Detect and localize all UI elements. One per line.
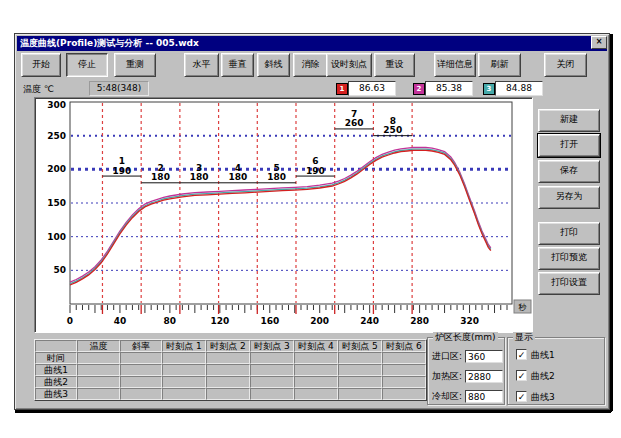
table-row-曲线3: 曲线3 <box>35 388 426 400</box>
legend-swatch-2: 2 <box>413 83 425 95</box>
table-cell <box>120 352 162 364</box>
oven-field-input[interactable]: 2880 <box>465 370 503 383</box>
oven-zone-group: 炉区长度(mm) 进口区:360加热区:2880冷却区:880 <box>427 337 505 405</box>
title-bar[interactable]: 温度曲线(Profile)测试与分析 -- 005.wdx <box>17 36 607 51</box>
table-cell <box>338 352 382 364</box>
zone-number-label: 2 <box>157 163 163 173</box>
toolbar-button-斜线[interactable]: 斜线 <box>257 53 290 77</box>
side-button-保存[interactable]: 保存 <box>538 160 600 183</box>
toolbar-button-关闭[interactable]: 关闭 <box>544 53 587 77</box>
oven-field-label: 进口区: <box>432 350 462 363</box>
oven-field-加热区: 加热区:2880 <box>432 370 462 383</box>
table-cell <box>206 352 250 364</box>
checkbox-label: 曲线1 <box>531 349 555 361</box>
table-cell <box>382 388 426 400</box>
zone-temp-label: 250 <box>383 125 402 135</box>
checkbox-曲线1[interactable]: ✓ <box>516 349 527 360</box>
table-cell <box>250 376 294 388</box>
toolbar-button-刷新[interactable]: 刷新 <box>478 53 521 77</box>
legend-swatch-3: 3 <box>483 83 495 95</box>
table-cell <box>77 352 120 364</box>
side-button-打开[interactable]: 打开 <box>538 134 600 157</box>
table-cell <box>382 364 426 376</box>
profile-chart[interactable]: 1190218031804180518061907260825004080120… <box>35 98 532 332</box>
y-tick-label: 50 <box>53 265 66 275</box>
legend-swatch-1: 1 <box>336 83 348 95</box>
toolbar-button-设时刻点[interactable]: 设时刻点 <box>326 53 372 77</box>
table-cell <box>120 388 162 400</box>
toolbar-button-开始[interactable]: 开始 <box>21 53 61 77</box>
table-cell: 时刻点 3 <box>250 340 294 352</box>
results-table: 温度斜率时刻点 1时刻点 2时刻点 3时刻点 4时刻点 5时刻点 6时间曲线1曲… <box>34 339 427 401</box>
checkbox-曲线2[interactable]: ✓ <box>516 370 527 381</box>
display-group-title: 显示 <box>513 332 535 342</box>
table-cell <box>294 364 338 376</box>
table-cell <box>162 364 206 376</box>
x-tick-label: 80 <box>164 316 177 326</box>
side-button-打印设置[interactable]: 打印设置 <box>538 272 600 295</box>
table-cell <box>338 376 382 388</box>
table-cell: 时刻点 2 <box>206 340 250 352</box>
x-tick-label: 40 <box>114 316 127 326</box>
y-tick-label: 100 <box>47 232 66 242</box>
oven-field-进口区: 进口区:360 <box>432 350 462 363</box>
zone-temp-label: 190 <box>112 166 131 176</box>
y-tick-label: 150 <box>47 198 66 208</box>
zone-number-label: 1 <box>119 156 125 166</box>
display-group: 显示 ✓曲线1✓曲线2✓曲线3 <box>507 337 605 405</box>
zone-temp-label: 180 <box>190 172 209 182</box>
table-row-曲线2: 曲线2 <box>35 376 426 388</box>
toolbar-button-水平[interactable]: 水平 <box>184 53 219 77</box>
table-row-曲线1: 曲线1 <box>35 364 426 376</box>
chart-panel: 1190218031804180518061907260825004080120… <box>34 97 533 333</box>
y-tick-label: 300 <box>47 100 66 110</box>
table-cell <box>77 388 120 400</box>
row-label: 曲线3 <box>35 388 77 400</box>
zone-temp-label: 180 <box>267 172 286 182</box>
elapsed-time-display: 5:48(348) <box>89 81 149 96</box>
zone-number-label: 6 <box>312 156 318 166</box>
x-tick-label: 200 <box>310 316 329 326</box>
table-cell: 温度 <box>77 340 120 352</box>
legend-value-3: 84.88 <box>495 81 543 96</box>
oven-field-label: 冷却区: <box>432 390 462 403</box>
table-cell <box>338 364 382 376</box>
table-cell <box>294 352 338 364</box>
table-cell <box>77 376 120 388</box>
zone-temp-label: 190 <box>306 166 325 176</box>
checkbox-label: 曲线3 <box>531 391 555 403</box>
table-cell: 时刻点 1 <box>162 340 206 352</box>
oven-field-冷却区: 冷却区:880 <box>432 390 462 403</box>
zone-number-label: 8 <box>390 116 396 126</box>
side-button-新建[interactable]: 新建 <box>538 109 600 132</box>
table-cell: 时刻点 4 <box>294 340 338 352</box>
y-tick-label: 200 <box>47 164 66 174</box>
toolbar-button-重设[interactable]: 重设 <box>374 53 415 77</box>
close-icon[interactable]: × <box>591 36 607 49</box>
x-tick-label: 280 <box>410 316 429 326</box>
toolbar-button-垂直[interactable]: 垂直 <box>221 53 254 77</box>
table-cell <box>250 388 294 400</box>
y-axis-title: 温度 ℃ <box>23 83 54 96</box>
table-row-时间: 时间 <box>35 352 426 364</box>
zone-number-label: 4 <box>235 163 241 173</box>
oven-field-input[interactable]: 880 <box>465 390 503 403</box>
checkbox-曲线3[interactable]: ✓ <box>516 391 527 402</box>
table-cell: 时刻点 5 <box>338 340 382 352</box>
toolbar-button-重测[interactable]: 重测 <box>114 53 156 77</box>
side-button-打印预览[interactable]: 打印预览 <box>538 247 600 270</box>
side-button-另存为[interactable]: 另存为 <box>538 186 600 209</box>
oven-zone-group-title: 炉区长度(mm) <box>433 332 498 342</box>
zone-number-label: 5 <box>274 163 280 173</box>
toolbar-button-停止[interactable]: 停止 <box>66 53 108 77</box>
x-tick-label: 320 <box>460 316 479 326</box>
toolbar-button-消除[interactable]: 消除 <box>293 53 328 77</box>
table-cell <box>338 388 382 400</box>
table-cell <box>382 376 426 388</box>
legend-value-2: 85.38 <box>425 81 473 96</box>
oven-field-input[interactable]: 360 <box>465 350 503 363</box>
row-label: 时间 <box>35 352 77 364</box>
side-button-打印[interactable]: 打印 <box>538 222 600 245</box>
table-cell: 斜率 <box>120 340 162 352</box>
toolbar-button-详细信息[interactable]: 详细信息 <box>434 53 476 77</box>
